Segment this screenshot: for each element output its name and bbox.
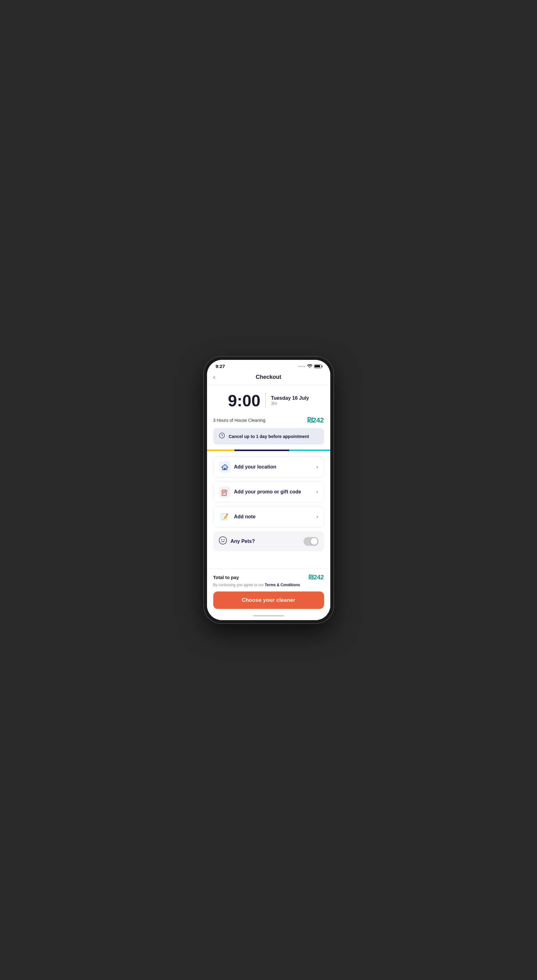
progress-teal — [289, 450, 330, 451]
signal-icon — [299, 366, 305, 367]
status-time: 9:27 — [216, 364, 225, 369]
progress-bar — [207, 450, 330, 451]
wifi-icon — [307, 364, 312, 369]
price-row: 3 Hours of House Cleaning ₪242 — [207, 414, 330, 428]
back-button[interactable]: ‹ — [213, 373, 215, 381]
home-indicator — [207, 612, 330, 620]
status-bar: 9:27 — [207, 360, 330, 371]
time-divider — [265, 393, 266, 409]
svg-text:%: % — [226, 491, 227, 493]
add-location-item[interactable]: Add your location › — [213, 456, 324, 478]
service-price: ₪242 — [307, 416, 324, 424]
app-header: ‹ Checkout — [207, 371, 330, 385]
appointment-section: 9:00 Tuesday 16 July 3hr — [207, 385, 330, 414]
terms-link[interactable]: Terms & Conditions — [265, 583, 300, 587]
service-label: 3 Hours of House Cleaning — [213, 418, 265, 423]
battery-icon — [314, 364, 322, 368]
add-promo-item[interactable]: % Add your promo or gift code › — [213, 481, 324, 503]
promo-icon: % — [219, 486, 230, 498]
appointment-duration: 3hr — [271, 401, 309, 406]
add-promo-label: Add your promo or gift code — [234, 489, 313, 495]
bottom-section: Total to pay ₪242 By continuing you agre… — [207, 568, 330, 612]
phone-screen: 9:27 ‹ Checkout — [207, 360, 330, 620]
add-location-label: Add your location — [234, 464, 313, 470]
location-chevron: › — [316, 464, 318, 470]
promo-chevron: › — [316, 489, 318, 495]
cancel-banner: Cancel up to 1 day before appointment — [213, 428, 324, 445]
add-note-label: Add note — [234, 514, 313, 520]
total-row: Total to pay ₪242 — [213, 573, 324, 581]
main-content: 9:00 Tuesday 16 July 3hr 3 Hours of Hous… — [207, 385, 330, 620]
status-icons — [299, 364, 322, 369]
home-bar — [253, 615, 284, 616]
pets-label: Any Pets? — [231, 539, 300, 544]
note-chevron: › — [316, 514, 318, 520]
svg-point-12 — [221, 539, 222, 541]
add-note-item[interactable]: 📝 Add note › — [213, 506, 324, 528]
list-section: Add your location › — [207, 452, 330, 531]
pets-toggle[interactable] — [303, 537, 318, 546]
terms-prefix: By continuing you agree to our — [213, 583, 265, 587]
appointment-details: Tuesday 16 July 3hr — [271, 395, 309, 406]
house-icon — [219, 461, 230, 473]
total-price: ₪242 — [308, 573, 324, 581]
appointment-time: 9:00 — [228, 393, 260, 409]
phone-frame: 9:27 ‹ Checkout — [203, 356, 334, 624]
pets-section: Any Pets? — [213, 531, 324, 551]
appointment-date: Tuesday 16 July — [271, 395, 309, 401]
progress-yellow — [207, 450, 234, 451]
clock-icon — [219, 433, 225, 440]
svg-point-11 — [219, 537, 227, 544]
progress-navy — [234, 450, 289, 451]
header-title: Checkout — [256, 374, 281, 380]
svg-point-13 — [224, 539, 224, 541]
terms-row: By continuing you agree to our Terms & C… — [213, 583, 324, 587]
cancel-text: Cancel up to 1 day before appointment — [229, 434, 309, 439]
toggle-knob — [311, 538, 318, 545]
total-label: Total to pay — [213, 575, 239, 580]
pets-icon — [219, 536, 227, 546]
note-icon: 📝 — [219, 511, 230, 522]
choose-cleaner-button[interactable]: Choose your cleaner — [213, 592, 324, 609]
